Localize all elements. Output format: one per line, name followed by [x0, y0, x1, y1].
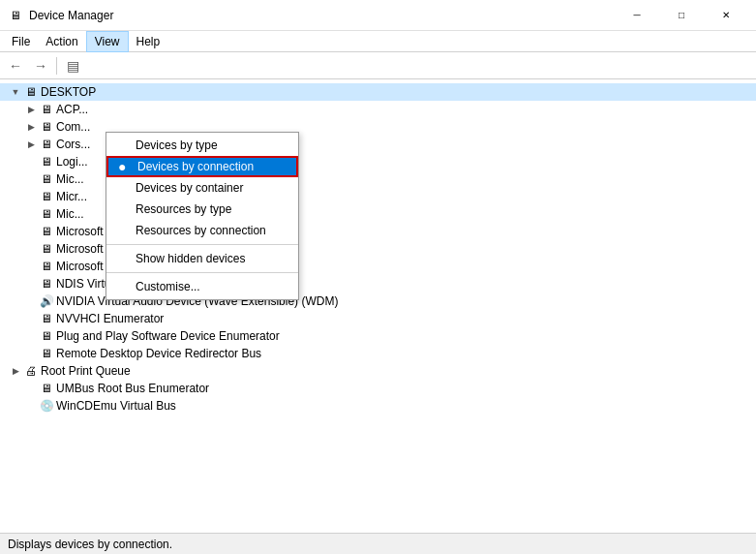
tree-item-umbus[interactable]: 🖥 UMBus Root Bus Enumerator	[0, 380, 756, 397]
com-expander[interactable]: ▶	[23, 119, 39, 135]
umbus-icon: 🖥	[39, 381, 54, 396]
root-label: DESKTOP	[41, 85, 96, 99]
app-icon: 🖥	[8, 8, 23, 23]
view-menu: Devices by type ● Devices by connection …	[106, 132, 299, 300]
menu-resources-by-type[interactable]: Resources by type	[106, 199, 298, 220]
bullet-icon: ●	[118, 159, 126, 174]
rddr-icon: 🖥	[39, 346, 54, 361]
customise-label: Customise...	[136, 280, 200, 293]
title-bar: 🖥 Device Manager ─ □ ✕	[0, 0, 756, 31]
devices-by-connection-label: Devices by connection	[137, 160, 254, 173]
menu-action[interactable]: Action	[38, 31, 85, 52]
menu-devices-by-container[interactable]: Devices by container	[106, 177, 298, 199]
root-print-expander[interactable]: ▶	[8, 363, 23, 379]
mssc-expander	[23, 224, 39, 239]
main-content: ▼ 🖥 DESKTOP ▶ 🖥 ACP... ▶ 🖥 Com... ▶ 🖥 Co…	[0, 79, 756, 533]
menu-show-hidden[interactable]: Show hidden devices	[106, 248, 298, 269]
acp-label: ACP...	[56, 103, 88, 116]
devices-by-container-label: Devices by container	[136, 181, 243, 195]
mic1-icon: 🖥	[39, 171, 54, 187]
mvde-icon: 🖥	[39, 259, 54, 274]
menu-devices-by-connection[interactable]: ● Devices by connection	[106, 156, 298, 177]
separator-2	[106, 272, 298, 273]
menu-customise[interactable]: Customise...	[106, 276, 298, 297]
menu-view[interactable]: View	[86, 31, 129, 52]
com-icon: 🖥	[39, 119, 54, 135]
menu-devices-by-type[interactable]: Devices by type	[106, 135, 298, 156]
resources-by-connection-label: Resources by connection	[136, 224, 266, 237]
root-print-icon: 🖨	[23, 363, 39, 379]
micr-expander[interactable]	[23, 189, 39, 204]
ndis-expander	[23, 276, 39, 292]
mssm-icon: 🖥	[39, 241, 54, 257]
show-hidden-label: Show hidden devices	[136, 252, 245, 265]
nvidia-icon: 🔊	[39, 293, 54, 309]
maximize-button[interactable]: □	[659, 0, 704, 31]
toolbar: ← → ▤	[0, 52, 756, 79]
minimize-button[interactable]: ─	[615, 0, 659, 31]
umbus-expander	[23, 381, 39, 396]
menu-file[interactable]: File	[4, 31, 38, 52]
logi-label: Logi...	[56, 155, 88, 169]
wincdemu-label: WinCDEmu Virtual Bus	[56, 399, 176, 413]
rddr-expander	[23, 346, 39, 361]
micr-icon: 🖥	[39, 189, 54, 204]
tree-item-plug[interactable]: 🖥 Plug and Play Software Device Enumerat…	[0, 327, 756, 345]
mic1-label: Mic...	[56, 172, 84, 186]
mic2-icon: 🖥	[39, 206, 54, 222]
title-bar-controls: ─ □ ✕	[615, 0, 748, 31]
rddr-label: Remote Desktop Device Redirector Bus	[56, 347, 261, 360]
wincdemu-icon: 💿	[39, 398, 54, 414]
computer-icon: 🖥	[23, 84, 39, 100]
plug-expander	[23, 328, 39, 344]
menu-resources-by-connection[interactable]: Resources by connection	[106, 220, 298, 241]
cors-label: Cors...	[56, 138, 90, 151]
status-bar: Displays devices by connection.	[0, 533, 756, 554]
ndis-icon: 🖥	[39, 276, 54, 292]
tree-root[interactable]: ▼ 🖥 DESKTOP	[0, 83, 756, 101]
nvvhci-expander	[23, 311, 39, 326]
menu-help[interactable]: Help	[129, 31, 168, 52]
tree-item-acp[interactable]: ▶ 🖥 ACP...	[0, 101, 756, 118]
mic2-label: Mic...	[56, 207, 84, 221]
acp-icon: 🖥	[39, 102, 54, 117]
acp-expander[interactable]: ▶	[23, 102, 39, 117]
cors-expander[interactable]: ▶	[23, 137, 39, 152]
view-dropdown-menu: Devices by type ● Devices by connection …	[106, 132, 299, 300]
nvvhci-label: NVVHCI Enumerator	[56, 312, 164, 325]
tree-item-rddr[interactable]: 🖥 Remote Desktop Device Redirector Bus	[0, 345, 756, 362]
plug-icon: 🖥	[39, 328, 54, 344]
cors-icon: 🖥	[39, 137, 54, 152]
close-button[interactable]: ✕	[704, 0, 748, 31]
logi-icon: 🖥	[39, 154, 54, 169]
separator-1	[106, 244, 298, 245]
tree-item-wincdemu[interactable]: 💿 WinCDEmu Virtual Bus	[0, 397, 756, 415]
title-bar-title: Device Manager	[29, 9, 615, 22]
mic2-expander[interactable]	[23, 206, 39, 222]
status-text: Displays devices by connection.	[8, 538, 172, 551]
tree-item-nvvhci[interactable]: 🖥 NVVHCI Enumerator	[0, 310, 756, 327]
umbus-label: UMBus Root Bus Enumerator	[56, 382, 209, 395]
micr-label: Micr...	[56, 190, 87, 203]
back-button[interactable]: ←	[4, 55, 27, 77]
plug-label: Plug and Play Software Device Enumerator	[56, 329, 280, 343]
com-label: Com...	[56, 120, 90, 134]
devices-by-type-label: Devices by type	[136, 138, 218, 152]
mic1-expander[interactable]	[23, 171, 39, 187]
properties-button[interactable]: ▤	[61, 55, 84, 77]
logi-expander[interactable]	[23, 154, 39, 169]
mvde-expander	[23, 259, 39, 274]
resources-by-type-label: Resources by type	[136, 202, 231, 216]
toolbar-separator	[56, 57, 57, 75]
wincdemu-expander	[23, 398, 39, 414]
nvidia-expander	[23, 293, 39, 309]
root-print-label: Root Print Queue	[41, 364, 131, 378]
nvvhci-icon: 🖥	[39, 311, 54, 326]
mssc-icon: 🖥	[39, 224, 54, 239]
menu-bar: File Action View Help	[0, 31, 756, 52]
mssm-expander	[23, 241, 39, 257]
root-expander[interactable]: ▼	[8, 84, 23, 100]
forward-button[interactable]: →	[29, 55, 52, 77]
tree-item-root-print[interactable]: ▶ 🖨 Root Print Queue	[0, 362, 756, 380]
